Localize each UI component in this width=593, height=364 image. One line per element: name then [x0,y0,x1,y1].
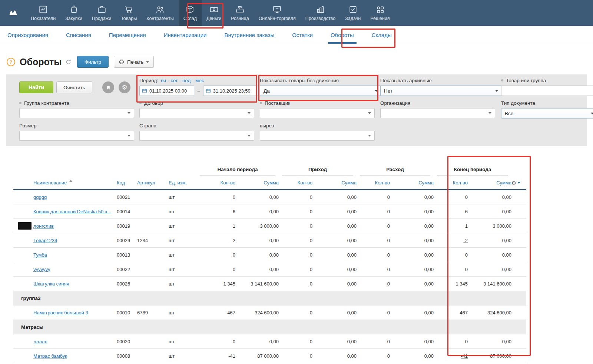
cell-end-sum: 0,00 [468,248,511,262]
cell-end-qty[interactable]: -2 [434,233,468,248]
organization-combobox[interactable] [380,108,495,118]
filter-button[interactable]: Фильтр [77,56,109,68]
find-button[interactable]: Найти [19,81,53,93]
product-link[interactable]: Коврик для ванной DeNastia 50 х... [33,209,111,214]
nav-item-dengi[interactable]: Деньги [202,0,226,26]
column-header-start-sum[interactable]: Сумма [235,176,279,190]
cell-start-sum: 0,00 [235,204,279,219]
negative-stock-link[interactable]: -41 [461,353,468,359]
filter-bullet-icon [501,79,503,81]
group-row-label: Матрасы [13,320,526,334]
gear-icon: ⚙ [122,84,127,91]
product-link[interactable]: Товар1234 [33,238,57,243]
cell-out-qty: 0 [357,262,390,277]
column-header-in-sum[interactable]: Сумма [312,176,357,190]
nav-item-sklad[interactable]: Склад [179,0,202,26]
subnav-item-oboroty[interactable]: Обороты [331,26,354,44]
subnav-item-oprihodovaniya[interactable]: Оприходования [7,26,48,44]
print-button[interactable]: Печать [114,56,154,68]
app-logo[interactable] [5,0,21,26]
no-movement-value: Да [264,88,270,94]
column-header-out-qty[interactable]: Кол-во [357,176,390,190]
cell-end-sum: 0,00 [468,334,511,349]
turnover-table: Начало периодаПриходРасходКонец периодаН… [13,160,526,363]
doc-type-select[interactable]: Все [501,108,593,118]
archived-select[interactable]: Нет [380,86,502,96]
product-unit: шт [169,233,196,248]
supplier-combobox[interactable] [260,108,375,118]
cell-end-qty[interactable]: -41 [434,349,468,363]
column-header-unit[interactable]: Ед. изм. [169,176,196,190]
subnav-item-spisaniya[interactable]: Списания [66,26,91,44]
period-from-input[interactable]: 01.10.2025 00:00 [139,86,194,96]
column-header-code[interactable]: Код [117,176,137,190]
table-row: Матрас бамбук00008шт-4187 000,0000,0000,… [13,349,526,363]
product-link[interactable]: Шкатулка синяя [33,281,69,287]
product-link[interactable]: Матрас бамбук [33,353,67,359]
nav-item-pokazateli[interactable]: Показатели [26,0,60,26]
product-article [137,204,169,219]
product-link[interactable]: ллллл [33,339,47,344]
period-shortcut-мес[interactable]: мес [195,78,204,83]
nav-item-label: Товары [121,16,137,21]
product-link[interactable]: лонгслив [33,223,54,229]
product-link[interactable]: Наматрасник большой 3 [33,310,88,315]
chevron-down-icon [591,113,593,114]
refresh-button[interactable] [65,59,72,66]
nav-item-kontragenty[interactable]: Контрагенты [142,0,179,26]
column-header-end-sum[interactable]: Сумма [468,176,511,190]
period-shortcut-сег[interactable]: сег [170,78,178,83]
cell-out-sum: 0,00 [390,233,434,248]
period-to-input[interactable]: 31.10.2025 23:59 [203,86,258,96]
column-settings-button[interactable]: ⚙ [511,176,526,190]
clear-button[interactable]: Очистить [56,81,92,93]
product-code: 00022 [117,262,137,277]
column-header-name[interactable]: Наименование [33,176,117,190]
subnav-item-sklady[interactable]: Склады [372,26,392,44]
product-unit: шт [169,349,196,363]
product-or-group-input[interactable] [501,86,593,96]
product-thumbnail[interactable] [18,222,32,230]
size-combobox[interactable] [19,131,134,141]
column-header-out-sum[interactable]: Сумма [390,176,434,190]
no-movement-select[interactable]: Да [260,86,381,96]
help-icon[interactable]: ? [7,58,15,66]
cell-end-qty: 0 [434,248,468,262]
period-shortcut-нед[interactable]: нед [182,78,191,83]
nav-item-prodazhi[interactable]: Продажи [87,0,116,26]
caret-down-icon [146,61,149,63]
cell-end-sum: 0,00 [468,204,511,219]
column-header-in-qty[interactable]: Кол-во [279,176,312,190]
column-header-article[interactable]: Артикул [137,176,169,190]
calendar-icon [142,88,147,93]
subnav-item-ostatki[interactable]: Остатки [292,26,313,44]
subnav-item-vnutrennie-zakazy[interactable]: Внутренние заказы [224,26,274,44]
subnav-item-peremeshcheniya[interactable]: Перемещения [109,26,146,44]
nav-item-resheniya[interactable]: Решения [365,0,394,26]
subnav-item-inventarizatsii[interactable]: Инвентаризации [164,26,207,44]
nav-item-roznitsa[interactable]: Розница [226,0,254,26]
doc-type-value: Все [505,111,513,116]
contract-combobox[interactable] [139,108,254,118]
cutout-combobox[interactable] [260,131,375,141]
nav-item-tovary[interactable]: Товары [116,0,142,26]
nav-item-online-torgovlya[interactable]: Онлайн-торговля [254,0,301,26]
product-link[interactable]: ggggg [33,194,47,200]
filter-settings-button[interactable]: ⚙ [119,81,130,93]
period-shortcut-вч[interactable]: вч [161,78,166,83]
product-link[interactable]: Тумба [33,252,47,258]
nav-item-zakupki[interactable]: Закупки [60,0,87,26]
country-combobox[interactable] [139,131,254,141]
cell-out-qty: 0 [357,349,390,363]
column-header-end-qty[interactable]: Кол-во [434,176,468,190]
nav-item-zadachi[interactable]: Задачи [340,0,365,26]
cell-start-sum: 324 600,00 [235,305,279,320]
nav-item-proizvodstvo[interactable]: Производство [301,0,341,26]
cell-start-sum: 0,00 [235,233,279,248]
bookmark-button[interactable] [102,81,114,93]
column-header-start-qty[interactable]: Кол-во [196,176,235,190]
negative-stock-link[interactable]: -2 [463,238,468,243]
counterparty-group-combobox[interactable] [19,108,134,118]
product-code: 00019 [117,219,137,233]
product-link[interactable]: ууууууу [33,267,50,272]
